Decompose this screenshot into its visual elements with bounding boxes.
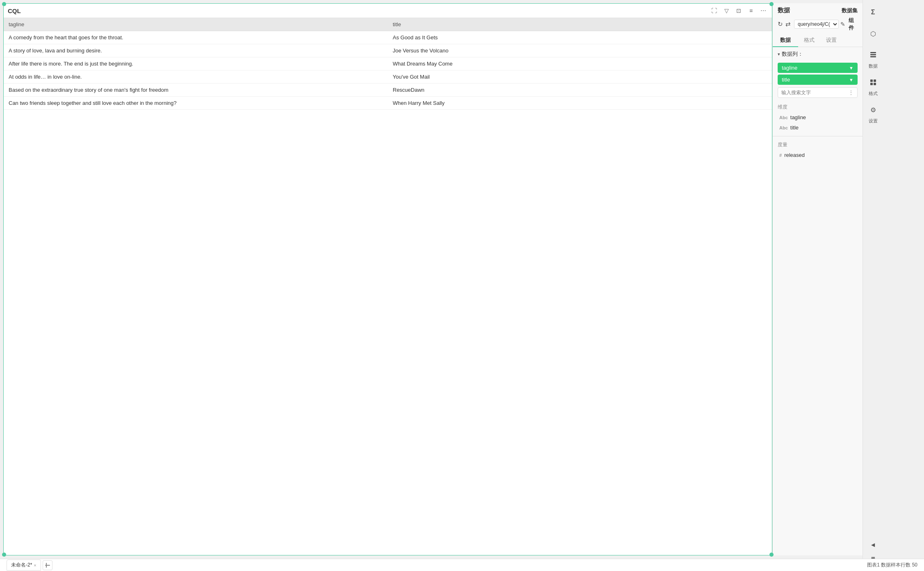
expand-icon[interactable]: ⛶	[710, 6, 719, 15]
transform-icon[interactable]: ⬡	[865, 25, 881, 42]
data-table: tagline title A comedy from the heart th…	[4, 18, 772, 110]
field-released: # released	[778, 150, 858, 160]
cell-tagline: A comedy from the heart that goes for th…	[4, 31, 388, 44]
hash-icon-released: #	[779, 153, 782, 158]
cell-title: What Dreams May Come	[388, 57, 772, 70]
tab-add-btn[interactable]	[43, 560, 52, 570]
table-row: Can two friends sleep together and still…	[4, 97, 772, 110]
title-pill-arrow: ▼	[849, 77, 853, 82]
resize-handle-br[interactable]	[769, 553, 774, 557]
table-row: Based on the extraordinary true story of…	[4, 84, 772, 97]
dataset-label: 数据集	[842, 7, 858, 14]
data-columns-header[interactable]: ▾ 数据列：	[773, 47, 863, 61]
svg-rect-4	[874, 79, 876, 82]
grid-icon-section: 格式	[865, 74, 881, 97]
settings-icon-section: ⚙ 设置	[865, 102, 881, 124]
field-name-tagline: tagline	[790, 114, 806, 120]
sigma-section: Σ	[865, 4, 881, 20]
abc-icon-title: Abc	[779, 125, 788, 130]
tab-label: 未命名-2*	[11, 562, 32, 569]
view-icon[interactable]: ⊡	[734, 6, 743, 15]
tab-settings[interactable]: 设置	[820, 34, 842, 47]
tagline-pill[interactable]: tagline ▼	[778, 63, 858, 73]
chevron-down-icon: ▾	[778, 52, 780, 57]
grid-icon[interactable]	[865, 74, 881, 91]
search-box[interactable]: ⋮	[778, 87, 858, 98]
cell-tagline: At odds in life… in love on-line.	[4, 70, 388, 84]
data-icon-label: 数据	[869, 63, 878, 69]
col-header-title[interactable]: title	[388, 18, 772, 31]
tagline-pill-label: tagline	[782, 65, 797, 71]
svg-rect-3	[870, 79, 873, 82]
abc-icon-tagline: Abc	[779, 115, 788, 120]
cql-table: tagline title A comedy from the heart th…	[4, 18, 772, 555]
right-panels: 数据 数据集 ↻ ⇄ query/neo4j/C( ✎ 组件	[772, 0, 924, 559]
tab-bar: 未命名-2* ×	[7, 560, 52, 571]
tagline-pill-arrow: ▼	[849, 66, 853, 70]
cell-title: Joe Versus the Volcano	[388, 44, 772, 57]
settings-icon-label: 设置	[869, 118, 878, 124]
settings-icon[interactable]: ⚙	[865, 102, 881, 118]
col-header-tagline[interactable]: tagline	[4, 18, 388, 31]
cell-title: When Harry Met Sally	[388, 97, 772, 110]
right-sidebar: Σ ⬡ 数据	[863, 0, 883, 559]
cell-tagline: Based on the extraordinary true story of…	[4, 84, 388, 97]
field-name-released: released	[784, 152, 805, 158]
svg-rect-0	[870, 52, 876, 53]
svg-rect-6	[874, 83, 876, 85]
cql-title: CQL	[8, 7, 21, 14]
svg-rect-2	[870, 56, 876, 57]
data-icon[interactable]	[865, 47, 881, 63]
title-pill[interactable]: title ▼	[778, 75, 858, 85]
cell-tagline: Can two friends sleep together and still…	[4, 97, 388, 110]
measures-section: 度量 # released	[773, 138, 863, 163]
cql-panel: CQL ⛶ ▽ ⊡ ≡ ⋯ tagline title A comedy fro…	[3, 3, 772, 555]
table-row: A comedy from the heart that goes for th…	[4, 31, 772, 44]
cell-title: As Good as It Gets	[388, 31, 772, 44]
field-title: Abc title	[778, 122, 858, 133]
cell-tagline: After life there is more. The end is jus…	[4, 57, 388, 70]
dataset-refresh-icon[interactable]: ↻	[778, 20, 783, 28]
measures-label: 度量	[778, 141, 858, 148]
filter-icon[interactable]: ▽	[722, 6, 731, 15]
svg-rect-5	[870, 83, 873, 85]
tab-data[interactable]: 数据	[773, 34, 798, 47]
field-tagline: Abc tagline	[778, 112, 858, 122]
table-body: A comedy from the heart that goes for th…	[4, 31, 772, 110]
table-row: A story of love, lava and burning desire…	[4, 44, 772, 57]
table-header-row: tagline title	[4, 18, 772, 31]
data-panel-title: 数据	[778, 7, 790, 14]
collapse-panel-icon[interactable]: ◀	[865, 537, 881, 553]
dimensions-label: 维度	[778, 104, 858, 111]
cell-title: RescueDawn	[388, 84, 772, 97]
cql-toolbar: ⛶ ▽ ⊡ ≡ ⋯	[710, 6, 768, 15]
search-input[interactable]	[781, 90, 848, 95]
status-bar: 未命名-2* × 图表1 数据样本行数 50	[0, 559, 924, 571]
group-label: 组件	[849, 17, 854, 31]
transform-section: ⬡	[865, 25, 881, 42]
data-panel: 数据 数据集 ↻ ⇄ query/neo4j/C( ✎ 组件	[772, 3, 863, 555]
more-icon[interactable]: ⋯	[759, 6, 768, 15]
resize-handle-bl[interactable]	[2, 553, 6, 557]
resize-handle-tr[interactable]	[769, 2, 774, 6]
sigma-icon[interactable]: Σ	[865, 4, 881, 20]
tab-unnamed[interactable]: 未命名-2* ×	[7, 560, 41, 571]
list-icon[interactable]: ≡	[746, 6, 756, 15]
dimensions-section: 维度 Abc tagline Abc title	[773, 100, 863, 134]
svg-rect-8	[45, 565, 50, 566]
status-text: 图表1 数据样本行数 50	[867, 562, 917, 569]
resize-handle-tl[interactable]	[2, 2, 6, 6]
data-icon-section: 数据	[865, 47, 881, 69]
dataset-transform-icon[interactable]: ⇄	[785, 20, 791, 28]
more-search-icon[interactable]: ⋮	[848, 89, 854, 96]
dataset-edit-icon[interactable]: ✎	[840, 21, 845, 27]
tab-close-btn[interactable]: ×	[34, 563, 36, 568]
tab-format[interactable]: 格式	[798, 34, 820, 47]
title-pill-label: title	[782, 77, 790, 83]
data-columns-label: 数据列：	[782, 50, 803, 58]
grid-icon-label: 格式	[869, 91, 878, 97]
table-row: After life there is more. The end is jus…	[4, 57, 772, 70]
cell-tagline: A story of love, lava and burning desire…	[4, 44, 388, 57]
dataset-source-select[interactable]: query/neo4j/C(	[794, 20, 839, 29]
divider	[773, 136, 863, 136]
